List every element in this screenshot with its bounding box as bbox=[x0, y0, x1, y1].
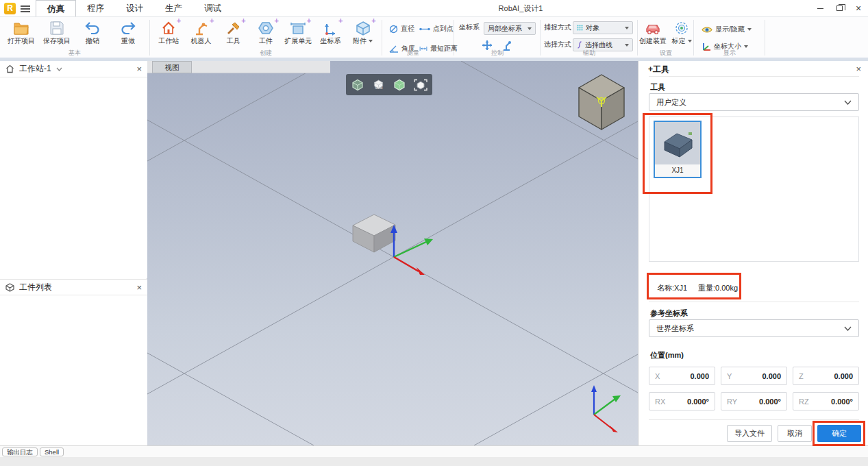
redo-icon bbox=[120, 19, 136, 37]
point-to-point-icon bbox=[419, 26, 430, 32]
calibrate-button[interactable]: 标定 bbox=[667, 19, 696, 45]
viewport-tab-view[interactable]: 视图 bbox=[152, 61, 192, 73]
maximize-button[interactable] bbox=[834, 3, 845, 14]
bottom-fill bbox=[0, 457, 868, 466]
curve-icon bbox=[577, 41, 582, 49]
ref-coord-label: 参考坐标系 bbox=[650, 308, 688, 319]
title-bar: R 仿真 程序 设计 生产 调试 RobAI_设计1 × bbox=[0, 0, 868, 16]
home-icon bbox=[5, 64, 14, 73]
ribbon-group-create: + 工作站 + 机器人 + 工具 bbox=[151, 17, 381, 58]
show-hide-button[interactable]: 显示/隐藏 bbox=[702, 23, 752, 36]
tab-debug[interactable]: 调试 bbox=[193, 0, 232, 16]
redo-button[interactable]: 重做 bbox=[114, 19, 142, 45]
workstation-title[interactable]: 工作站-1 bbox=[19, 63, 51, 75]
ref-coord-select[interactable]: 世界坐标系 bbox=[649, 319, 859, 337]
chevron-down-icon bbox=[844, 326, 852, 331]
save-project-button[interactable]: 保存项目 bbox=[42, 19, 71, 45]
wireframe-cube-icon[interactable] bbox=[349, 76, 367, 94]
output-log-tab[interactable]: 输出日志 bbox=[2, 447, 38, 456]
minimize-button[interactable] bbox=[815, 3, 826, 14]
worklist-area[interactable] bbox=[0, 295, 147, 445]
ribbon: 打开项目 保存项目 撤销 bbox=[0, 16, 868, 58]
house-icon: + bbox=[161, 19, 176, 37]
workstation-panel-header: 工作站-1 × bbox=[0, 61, 147, 77]
close-button[interactable]: × bbox=[853, 3, 864, 14]
grid-dots-icon bbox=[577, 25, 583, 31]
worklist-title[interactable]: 工件列表 bbox=[19, 282, 52, 293]
coordinate-system-button[interactable]: + 坐标系 bbox=[317, 19, 345, 45]
tab-program[interactable]: 程序 bbox=[76, 0, 115, 16]
panel-title: +工具 bbox=[648, 64, 669, 75]
viewport-3d[interactable]: 视图 Solid bbox=[147, 61, 638, 445]
tab-design[interactable]: 设计 bbox=[115, 0, 154, 16]
extension-unit-button[interactable]: + 扩展单元 bbox=[284, 19, 312, 45]
car-icon bbox=[644, 19, 662, 37]
folder-icon bbox=[13, 19, 29, 37]
panel-close-icon[interactable]: × bbox=[856, 64, 861, 74]
position-label: 位置(mm) bbox=[650, 350, 684, 360]
pos-rz-field[interactable]: RZ0.000° bbox=[793, 392, 859, 410]
mini-axes-indicator bbox=[591, 385, 621, 432]
target-icon bbox=[673, 19, 690, 37]
shaded-cube-icon[interactable] bbox=[390, 76, 408, 94]
menu-tabs: 仿真 程序 设计 生产 调试 bbox=[36, 0, 232, 16]
pos-rx-field[interactable]: RX0.000° bbox=[649, 392, 715, 410]
app-window: R 仿真 程序 设计 生产 调试 RobAI_设计1 × bbox=[0, 0, 868, 466]
left-sidebar: 工作站-1 × 工件列表 × bbox=[0, 61, 147, 445]
gray-box-object bbox=[353, 214, 395, 252]
local-coord-select[interactable]: 局部坐标系 bbox=[484, 22, 536, 35]
tool-item-xj1[interactable]: XJ1 bbox=[654, 121, 702, 178]
viewport-tab-strip: 视图 bbox=[147, 61, 330, 73]
ribbon-group-control: 坐标系 局部坐标系 控制 bbox=[456, 17, 538, 58]
shell-tab[interactable]: Shell bbox=[40, 447, 64, 456]
worklist-panel-close-icon[interactable]: × bbox=[136, 283, 142, 292]
pos-x-field[interactable]: X0.000 bbox=[649, 367, 715, 385]
undo-icon bbox=[84, 19, 101, 37]
workstation-button[interactable]: + 工作站 bbox=[154, 19, 183, 45]
zoom-fit-icon[interactable] bbox=[412, 76, 430, 94]
ribbon-group-display: 显示/隐藏 坐标大小 显示 bbox=[696, 17, 763, 58]
tool-name-weight: 名称:XJ1重量:0.00kg bbox=[657, 283, 738, 293]
ok-button[interactable]: 确定 bbox=[817, 425, 861, 442]
extension-unit-icon: + bbox=[290, 19, 306, 37]
undo-button[interactable]: 撤销 bbox=[78, 19, 107, 45]
ribbon-group-settings: 创建装置 标定 设置 bbox=[638, 17, 693, 58]
tool-type-select[interactable]: 用户定义 bbox=[649, 93, 859, 111]
point-to-point-button[interactable]: 点到点 bbox=[419, 22, 458, 36]
nut-icon: + bbox=[258, 19, 274, 37]
save-icon bbox=[49, 19, 64, 37]
tool-item-label: XJ1 bbox=[655, 164, 700, 177]
workstation-tree-area[interactable] bbox=[0, 77, 147, 278]
import-file-button[interactable]: 导入文件 bbox=[727, 425, 772, 442]
workpiece-button[interactable]: + 工件 bbox=[251, 19, 280, 45]
chevron-down-icon bbox=[844, 100, 852, 105]
create-device-button[interactable]: 创建装置 bbox=[638, 19, 667, 45]
tool-section-label: 工具 bbox=[650, 82, 665, 93]
pos-ry-field[interactable]: RY0.000° bbox=[721, 392, 787, 410]
robot-button[interactable]: + 机器人 bbox=[187, 19, 216, 45]
snap-mode-select[interactable]: 对象 bbox=[573, 21, 633, 34]
diameter-icon bbox=[389, 25, 398, 34]
worklist-panel-header: 工件列表 × bbox=[0, 279, 147, 295]
robot-arm-icon: + bbox=[193, 19, 210, 37]
open-project-button[interactable]: 打开项目 bbox=[7, 19, 36, 45]
pos-y-field[interactable]: Y0.000 bbox=[721, 367, 787, 385]
attachment-button[interactable]: + 附件 bbox=[349, 19, 377, 45]
tool-thumbnail bbox=[655, 122, 700, 164]
attachment-dropdown-caret[interactable] bbox=[369, 40, 373, 42]
diameter-button[interactable]: 直径 bbox=[389, 22, 419, 36]
view-cube bbox=[579, 75, 624, 130]
calibrate-dropdown-caret[interactable] bbox=[688, 40, 692, 42]
workstation-panel-close-icon[interactable]: × bbox=[136, 64, 142, 73]
tab-simulation[interactable]: 仿真 bbox=[36, 0, 76, 16]
app-logo[interactable]: R bbox=[4, 3, 16, 14]
hamburger-menu-icon[interactable] bbox=[21, 4, 30, 12]
tool-button[interactable]: + 工具 bbox=[219, 19, 248, 45]
cancel-button[interactable]: 取消 bbox=[778, 425, 812, 442]
ribbon-group-aux: 捕捉方式 对象 选择方式 选择曲线 辅助 bbox=[541, 17, 637, 58]
solid-cube-icon[interactable]: Solid bbox=[370, 76, 388, 94]
pos-z-field[interactable]: Z0.000 bbox=[793, 367, 859, 385]
viewport-display-toolbar: Solid bbox=[346, 74, 432, 95]
chevron-down-icon[interactable] bbox=[56, 67, 62, 71]
tab-production[interactable]: 生产 bbox=[154, 0, 193, 16]
